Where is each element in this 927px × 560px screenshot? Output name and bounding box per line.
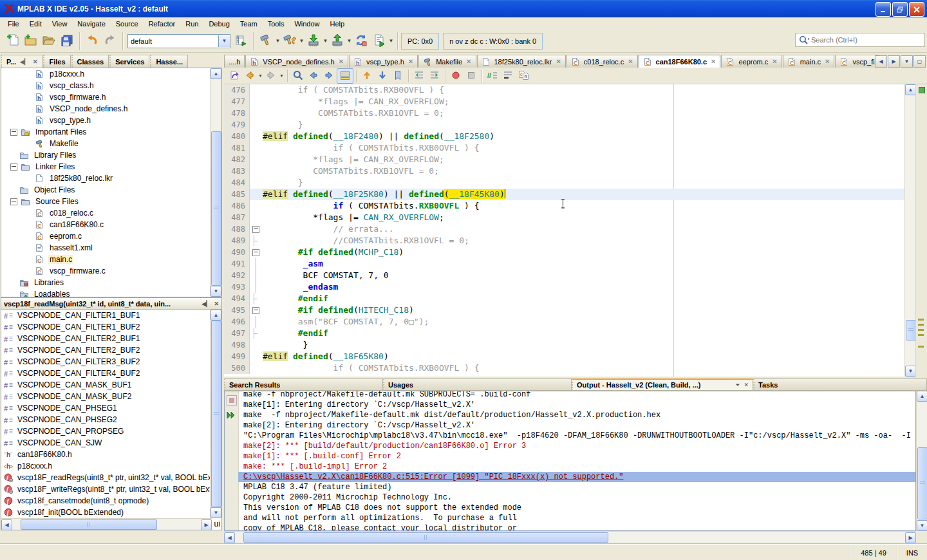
tree-item[interactable]: Linker Files — [1, 161, 211, 173]
editor-tab-mainc[interactable]: Cmain.c✕ — [783, 55, 835, 68]
error-stripe[interactable] — [915, 84, 926, 377]
previous-bookmark-button[interactable] — [359, 69, 375, 83]
navigator-item[interactable]: fvscp18f_cansetmode(uint8_t opmode) — [1, 495, 211, 507]
editor-tab-vscptypeh[interactable]: hvscp_type.h✕ — [349, 55, 418, 68]
editor-tab-eepromc[interactable]: Ceeprom.c✕ — [721, 55, 782, 68]
debug-dropdown[interactable]: ▼ — [388, 33, 394, 50]
navigator-item[interactable]: #VSCPNODE_CAN_PHSEG1 — [1, 402, 211, 414]
tree-scrollbar-thumb[interactable] — [211, 131, 221, 286]
tree-item[interactable]: Object Files — [1, 184, 211, 196]
menu-run[interactable]: Run — [180, 19, 203, 29]
editor-tab-h[interactable]: ....h — [224, 55, 245, 68]
editor-scrollbar-thumb[interactable] — [906, 320, 916, 341]
back-button[interactable] — [242, 69, 258, 83]
forward-button-dropdown[interactable]: ▼ — [279, 68, 285, 84]
shift-right-button[interactable] — [427, 69, 442, 83]
comment-button[interactable]: // — [485, 69, 500, 83]
code-line-491[interactable]: 491 _asm — [224, 258, 904, 270]
tree-item[interactable]: hvscp_type.h — [1, 115, 211, 126]
scroll-up-arrow[interactable]: ▲ — [211, 68, 221, 79]
left-tab-hasse[interactable]: Hasse... — [150, 55, 188, 68]
navigator-item[interactable]: #VSCPNODE_CAN_PHSEG2 — [1, 414, 211, 425]
menu-team[interactable]: Team — [235, 19, 263, 29]
output-selected-error-line[interactable]: C:\vscp\Hasselt_v2.X\can18F66K80.c:515:E… — [238, 472, 915, 482]
scroll-up-arrow[interactable]: ▲ — [211, 310, 221, 321]
output-error-line[interactable]: make: *** [.build-impl] Error 2 — [238, 462, 915, 472]
code-line-494[interactable]: 494 #endif — [224, 293, 904, 304]
navigator-item[interactable]: #VSCPNODE_CAN_FILTER1_BUF2 — [1, 321, 211, 333]
code-line-484[interactable]: 484 } — [224, 177, 904, 189]
navigator-item[interactable]: <h>p18cxxx.h — [1, 460, 211, 472]
close-tab-icon[interactable]: ✕ — [825, 58, 830, 65]
navigator-item[interactable]: #VSCPNODE_CAN_MASK_BUF2 — [1, 391, 211, 402]
close-button[interactable] — [909, 2, 924, 17]
tree-item[interactable]: Loadables — [1, 288, 211, 297]
code-line-498[interactable]: 498 } — [224, 339, 904, 351]
redo-button[interactable] — [101, 32, 119, 50]
code-line-477[interactable]: 477 *flags |= CAN_RX_OVERFLOW; — [224, 96, 904, 107]
close-tab-icon[interactable]: ✕ — [466, 58, 471, 65]
close-tab-icon[interactable]: ✕ — [408, 58, 413, 65]
save-all-button[interactable] — [58, 32, 76, 50]
new-project-button[interactable] — [22, 32, 40, 50]
make-program-dropdown[interactable]: ▼ — [323, 33, 328, 50]
output-vertical-scrollbar[interactable]: ▲ ▼ — [916, 391, 927, 531]
output-tab-output[interactable]: Output - Hasselt_v2 (Clean, Build, ...)⏷… — [572, 378, 753, 391]
scroll-down-arrow[interactable]: ▼ — [917, 520, 927, 531]
toggle-bookmark-button[interactable] — [390, 69, 406, 83]
menu-refactor[interactable]: Refactor — [144, 19, 181, 29]
shift-left-button[interactable] — [411, 69, 427, 83]
scroll-up-arrow[interactable]: ▲ — [917, 391, 927, 402]
fold-collapse-icon[interactable] — [252, 226, 259, 233]
fold-gutter[interactable] — [250, 223, 261, 235]
output-tab-search[interactable]: Search Results — [224, 378, 383, 391]
navigator-item[interactable]: "h"can18F66K80.h — [1, 449, 211, 460]
fold-gutter[interactable] — [250, 304, 261, 316]
tree-item[interactable]: Makefile — [1, 138, 211, 149]
code-editor[interactable]: 476 if ( COMSTATbits.RXB0OVFL ) {477 *fl… — [224, 84, 904, 377]
tree-item[interactable]: Library Files — [1, 149, 211, 161]
tree-item[interactable]: hvscp_class.h — [1, 80, 211, 91]
previous-match-button[interactable] — [306, 69, 321, 83]
close-tab-icon[interactable]: ✕ — [556, 58, 561, 65]
navigator-item[interactable]: #VSCPNODE_CAN_FILTER1_BUF1 — [1, 310, 211, 321]
build-button[interactable] — [257, 32, 275, 50]
output-error-line[interactable]: make[1]: *** [.build-conf] Error 2 — [238, 451, 915, 462]
code-line-480[interactable]: 480#elif defined(__18F2480) || defined(_… — [224, 131, 904, 142]
code-line-493[interactable]: 493 _endasm — [224, 281, 904, 293]
read-device-dropdown[interactable]: ▼ — [346, 33, 352, 50]
forward-button[interactable] — [263, 69, 279, 83]
minimize-panel-icon[interactable]: ◀▏ — [202, 301, 211, 307]
code-line-495[interactable]: 495 #if defined(HITECH_C18) — [224, 304, 904, 316]
close-tab-icon[interactable]: ✕ — [339, 58, 344, 65]
close-window-icon[interactable]: ✕ — [744, 382, 749, 388]
code-line-490[interactable]: 490 #if defined(MCHP_C18) — [224, 247, 904, 258]
navigator-item[interactable]: #VSCPNODE_CAN_PROPSEG — [1, 425, 211, 437]
chevron-down-icon[interactable]: ▼ — [218, 35, 230, 47]
start-macro-recording-button[interactable] — [448, 69, 464, 83]
left-tab-services[interactable]: Services — [109, 55, 149, 68]
tabs-scroll-right-icon[interactable]: ▶ — [888, 55, 900, 68]
output-horizontal-scrollbar[interactable]: ◀ ▶ — [224, 531, 916, 543]
tree-item[interactable]: hvscp_firmware.h — [1, 91, 211, 103]
tree-expander-icon[interactable] — [10, 163, 17, 171]
find-selection-button[interactable] — [290, 69, 306, 83]
navigator-item[interactable]: #VSCPNODE_CAN_FILTER2_BUF1 — [1, 333, 211, 344]
stop-build-button[interactable] — [227, 395, 237, 406]
config-table-button[interactable]: 123 — [232, 32, 250, 50]
navigator-item[interactable]: fvscp18F_writeRegs(uint8_t* ptr, uint32_… — [1, 483, 211, 495]
editor-tab-c018relocc[interactable]: Cc018_reloc.c✕ — [566, 55, 638, 68]
menu-view[interactable]: View — [47, 19, 73, 29]
new-file-button[interactable] — [4, 32, 22, 50]
tree-item[interactable]: Libraries — [1, 277, 211, 288]
close-panel-icon[interactable]: ✕ — [214, 301, 219, 307]
menu-debug[interactable]: Debug — [203, 19, 234, 29]
clean-build-button[interactable] — [281, 32, 299, 50]
maximize-editor-icon[interactable]: ▢ — [913, 55, 926, 68]
code-line-479[interactable]: 479 } — [224, 119, 904, 131]
navigator-vertical-scrollbar[interactable]: ▲ ▼ — [210, 310, 221, 518]
code-line-476[interactable]: 476 if ( COMSTATbits.RXB0OVFL ) { — [224, 84, 904, 96]
left-tab-p[interactable]: P...◀▏✕ — [1, 55, 42, 68]
menu-tools[interactable]: Tools — [263, 19, 290, 29]
tree-expander-icon[interactable] — [10, 129, 17, 136]
